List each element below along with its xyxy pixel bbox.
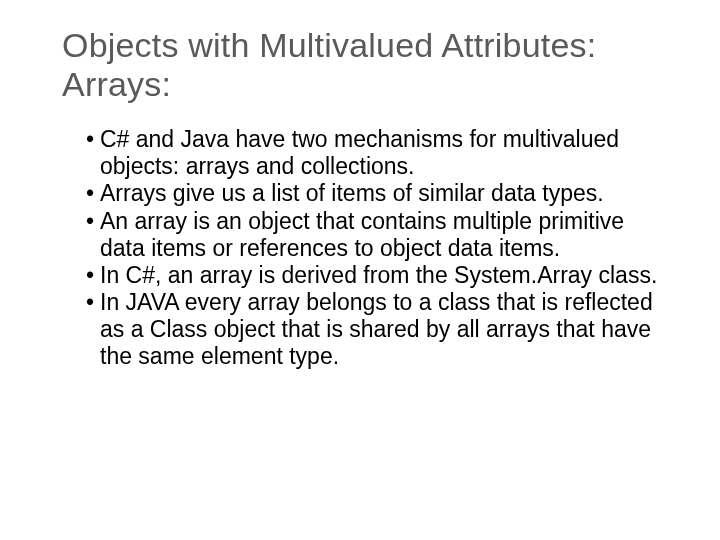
bullet-text: In JAVA every array belongs to a class t… <box>100 289 653 369</box>
title-line-2: Arrays: <box>62 65 171 103</box>
bullet-item: In JAVA every array belongs to a class t… <box>86 289 668 370</box>
bullet-item: In C#, an array is derived from the Syst… <box>86 262 668 289</box>
slide-title: Objects with Multivalued Attributes: Arr… <box>62 26 668 104</box>
bullet-item: Arrays give us a list of items of simila… <box>86 180 668 207</box>
bullet-text: C# and Java have two mechanisms for mult… <box>100 126 619 179</box>
slide-body: C# and Java have two mechanisms for mult… <box>62 126 668 370</box>
bullet-item: An array is an object that contains mult… <box>86 208 668 262</box>
bullet-item: C# and Java have two mechanisms for mult… <box>86 126 668 180</box>
bullet-text: In C#, an array is derived from the Syst… <box>100 262 657 288</box>
bullet-text: Arrays give us a list of items of simila… <box>100 180 604 206</box>
slide: Objects with Multivalued Attributes: Arr… <box>0 0 720 540</box>
title-line-1: Objects with Multivalued Attributes: <box>62 26 596 64</box>
bullet-text: An array is an object that contains mult… <box>100 208 624 261</box>
